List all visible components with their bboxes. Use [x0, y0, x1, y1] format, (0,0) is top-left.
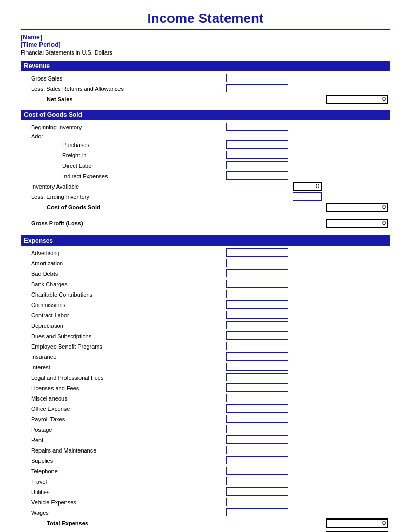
- sales-returns-label: Less: Sales Returns and Allowances: [21, 84, 224, 94]
- beginning-inventory-input[interactable]: [224, 122, 290, 132]
- expense-input[interactable]: [224, 321, 290, 331]
- table-row: Travel: [21, 476, 390, 487]
- expense-label: Travel: [21, 476, 224, 487]
- gross-profit-label: Gross Profit (Loss): [21, 216, 224, 230]
- expenses-total-label: Total Expenses: [21, 518, 224, 528]
- direct-labor-label: Direct Labor: [21, 161, 224, 171]
- expense-label: Repairs and Maintenance: [21, 445, 224, 456]
- indirect-expenses-input[interactable]: [224, 171, 290, 181]
- table-row: Bad Debts: [21, 269, 390, 279]
- subtitle: Financial Statements in U.S. Dollars: [21, 49, 390, 56]
- table-row: Commissions: [21, 300, 390, 310]
- expense-input[interactable]: [224, 445, 290, 456]
- company-name: [Name]: [21, 34, 390, 41]
- expense-input[interactable]: [224, 373, 290, 383]
- expense-input[interactable]: [224, 424, 290, 435]
- net-sales-label: Net Sales: [21, 94, 224, 104]
- expense-input[interactable]: [224, 248, 290, 258]
- table-row: Add:: [21, 132, 390, 140]
- expense-label: Commissions: [21, 300, 224, 310]
- table-row: Rent: [21, 435, 390, 445]
- expenses-total-value[interactable]: 0: [324, 518, 390, 528]
- table-row: Legal and Professional Fees: [21, 373, 390, 383]
- freight-input[interactable]: [224, 150, 290, 161]
- expense-input[interactable]: [224, 279, 290, 289]
- revenue-header: Revenue: [21, 61, 390, 71]
- table-row: Beginning Inventory: [21, 122, 390, 132]
- ending-inventory-input[interactable]: [290, 192, 324, 202]
- table-row: Payroll Taxes: [21, 414, 390, 424]
- table-row: Employee Benefit Programs: [21, 341, 390, 352]
- expense-label: Depreciation: [21, 321, 224, 331]
- table-row: Dues and Subscriptions: [21, 331, 390, 341]
- table-row: Indirect Expenses: [21, 171, 390, 181]
- purchases-input[interactable]: [224, 140, 290, 150]
- table-row: Repairs and Maintenance: [21, 445, 390, 456]
- net-sales-value[interactable]: 0: [324, 94, 390, 104]
- sales-returns-input[interactable]: [224, 84, 290, 94]
- expense-label: Miscellaneous: [21, 393, 224, 404]
- expense-label: Employee Benefit Programs: [21, 341, 224, 352]
- table-row: Telephone: [21, 466, 390, 476]
- expense-label: Rent: [21, 435, 224, 445]
- direct-labor-input[interactable]: [224, 161, 290, 171]
- expense-label: Insurance: [21, 352, 224, 362]
- expense-input[interactable]: [224, 404, 290, 414]
- gross-profit-value[interactable]: 0: [324, 216, 390, 230]
- table-row: Depreciation: [21, 321, 390, 331]
- expense-label: Payroll Taxes: [21, 414, 224, 424]
- expense-label: Amortization: [21, 258, 224, 269]
- expense-label: Telephone: [21, 466, 224, 476]
- expense-input[interactable]: [224, 269, 290, 279]
- table-row: Freight-in: [21, 150, 390, 161]
- expense-input[interactable]: [224, 456, 290, 466]
- table-row: Interest: [21, 362, 390, 373]
- expenses-header: Expenses: [21, 235, 390, 246]
- ending-inventory-label: Less: Ending Inventory: [21, 192, 224, 202]
- net-sales-row: Net Sales 0: [21, 94, 390, 104]
- table-row: Wages: [21, 508, 390, 518]
- expense-input[interactable]: [224, 497, 290, 508]
- table-row: Less: Ending Inventory: [21, 192, 390, 202]
- expense-input[interactable]: [224, 487, 290, 497]
- expense-input[interactable]: [224, 466, 290, 476]
- table-row: Utilities: [21, 487, 390, 497]
- expense-input[interactable]: [224, 362, 290, 373]
- table-row: Postage: [21, 424, 390, 435]
- expense-input[interactable]: [224, 414, 290, 424]
- inventory-available-label: Inventory Available: [21, 181, 224, 192]
- gross-sales-label: Gross Sales: [21, 73, 224, 84]
- expense-input[interactable]: [224, 341, 290, 352]
- expense-input[interactable]: [224, 310, 290, 321]
- cogs-total-label: Cost of Goods Sold: [21, 202, 224, 212]
- time-period: [Time Period]: [21, 41, 390, 48]
- table-row: Direct Labor: [21, 161, 390, 171]
- table-row: Licenses and Fees: [21, 383, 390, 393]
- expense-label: Licenses and Fees: [21, 383, 224, 393]
- inventory-available-value[interactable]: 0: [290, 181, 324, 192]
- table-row: Bank Charges: [21, 279, 390, 289]
- expense-label: Charitable Contributions: [21, 289, 224, 300]
- beginning-inventory-label: Beginning Inventory: [21, 122, 224, 132]
- add-label: Add:: [21, 132, 224, 140]
- expense-label: Vehicle Expenses: [21, 497, 224, 508]
- expense-input[interactable]: [224, 508, 290, 518]
- expense-label: Contract Labor: [21, 310, 224, 321]
- expense-input[interactable]: [224, 300, 290, 310]
- cogs-total-row: Cost of Goods Sold 0: [21, 202, 390, 212]
- expense-label: Bank Charges: [21, 279, 224, 289]
- table-row: Charitable Contributions: [21, 289, 390, 300]
- gross-sales-input[interactable]: [224, 73, 290, 84]
- expense-label: Bad Debts: [21, 269, 224, 279]
- expense-label: Legal and Professional Fees: [21, 373, 224, 383]
- expense-input[interactable]: [224, 476, 290, 487]
- expense-input[interactable]: [224, 383, 290, 393]
- expense-input[interactable]: [224, 331, 290, 341]
- expense-input[interactable]: [224, 258, 290, 269]
- cogs-total-value[interactable]: 0: [324, 202, 390, 212]
- table-row: Miscellaneous: [21, 393, 390, 404]
- expense-input[interactable]: [224, 289, 290, 300]
- expense-input[interactable]: [224, 352, 290, 362]
- expense-input[interactable]: [224, 435, 290, 445]
- expense-input[interactable]: [224, 393, 290, 404]
